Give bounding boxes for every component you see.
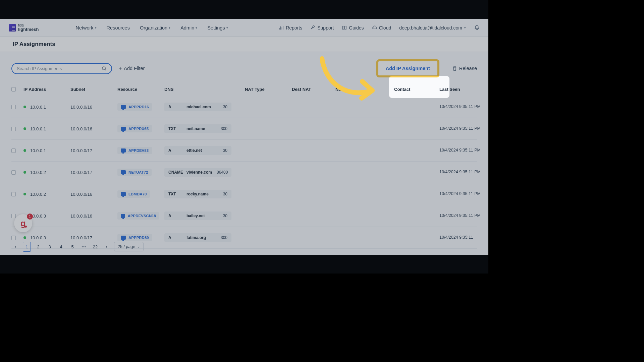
dns-chip[interactable]: CNAMEvivienne.com86400	[164, 168, 231, 177]
monitor-icon	[121, 127, 126, 131]
cell-dns: Aettie.net30	[164, 146, 245, 155]
nav-organization[interactable]: Organization▾	[140, 25, 170, 31]
monitor-icon	[121, 214, 125, 218]
dns-chip[interactable]: Afatima.org300	[164, 233, 231, 242]
table-body: 10.0.0.110.0.0.0/16APPPRD16Amichael.com3…	[11, 96, 477, 249]
page-next[interactable]: ›	[103, 242, 111, 252]
link-support[interactable]: Support	[310, 25, 334, 31]
bell-icon[interactable]	[474, 25, 480, 31]
book-icon	[342, 25, 347, 30]
link-reports[interactable]: Reports	[279, 25, 302, 31]
subheader: IP Assignments	[0, 37, 488, 52]
row-checkbox[interactable]	[11, 236, 16, 240]
nav-admin[interactable]: Admin▾	[180, 25, 197, 31]
page-1[interactable]: 1	[23, 242, 31, 252]
cell-last-seen: 10/4/2024 9:35:11 PM	[439, 147, 485, 154]
user-menu[interactable]: deep.bhalotia@tidalcloud.com ▾	[399, 25, 466, 31]
page-ellipsis: •••	[80, 242, 88, 252]
search-box[interactable]	[11, 63, 112, 74]
help-badge: 1	[27, 214, 33, 220]
add-filter-button[interactable]: + Add Filter	[119, 65, 145, 71]
resource-chip[interactable]: APPPRD89	[117, 234, 152, 241]
dot-icon	[25, 226, 27, 228]
dns-chip[interactable]: Aettie.net30	[164, 146, 231, 155]
table-row[interactable]: 10.0.0.110.0.0.0/16APPPRD16Amichael.com3…	[11, 96, 477, 118]
cell-subnet: 10.0.0.0/17	[70, 148, 117, 153]
nav-network[interactable]: Network▾	[75, 25, 96, 31]
resource-chip[interactable]: APPPRX65	[117, 125, 152, 132]
col-notes[interactable]: Notes	[335, 87, 394, 92]
page-2[interactable]: 2	[34, 242, 42, 252]
row-checkbox[interactable]	[11, 192, 16, 196]
cell-resource: NETUAT72	[117, 169, 164, 176]
page-3[interactable]: 3	[46, 242, 54, 252]
table-row[interactable]: 10.0.0.210.0.0.0/17NETUAT72CNAMEvivienne…	[11, 162, 477, 183]
topbar-right: Reports Support Guides Cloud deep.bhalot…	[279, 25, 480, 31]
row-checkbox[interactable]	[11, 105, 16, 109]
cell-last-seen: 10/4/2024 9:35:11 PM	[439, 104, 485, 110]
link-guides[interactable]: Guides	[342, 25, 364, 31]
search-input[interactable]	[17, 66, 102, 71]
resource-chip[interactable]: LBMDA70	[117, 190, 150, 198]
table-row[interactable]: 10.0.0.210.0.0.0/16LBMDA70TXTrocky.name3…	[11, 183, 477, 205]
cell-ip: 10.0.0.1	[23, 105, 70, 110]
table-row[interactable]: 10.0.0.110.0.0.0/17APPDEV83Aettie.net301…	[11, 140, 477, 162]
cell-subnet: 10.0.0.0/16	[70, 214, 117, 219]
col-subnet[interactable]: Subnet	[70, 87, 117, 92]
col-resource[interactable]: Resource	[117, 87, 164, 92]
status-dot-icon	[23, 106, 26, 108]
monitor-icon	[121, 192, 126, 196]
dns-chip[interactable]: Amichael.com30	[164, 103, 231, 111]
cell-ip: 10.0.0.3	[23, 235, 70, 240]
resource-chip[interactable]: APPDEV83	[117, 147, 152, 154]
dns-chip[interactable]: TXTrocky.name30	[164, 190, 231, 198]
status-dot-icon	[23, 127, 26, 130]
row-checkbox[interactable]	[11, 214, 16, 218]
row-checkbox[interactable]	[11, 127, 16, 131]
help-widget[interactable]: g 1	[14, 214, 32, 232]
select-all-checkbox[interactable]	[11, 87, 16, 92]
main-nav: Network▾ Resources Organization▾ Admin▾ …	[75, 25, 228, 31]
plus-icon: +	[119, 65, 122, 71]
status-dot-icon	[23, 149, 26, 152]
resource-chip[interactable]: APPPRD16	[117, 103, 152, 111]
monitor-icon	[121, 105, 126, 109]
status-dot-icon	[23, 171, 26, 174]
col-dest-nat[interactable]: Dest NAT	[292, 87, 335, 92]
add-ip-assignment-button[interactable]: Add IP Assignment	[380, 63, 436, 74]
row-checkbox[interactable]	[11, 148, 16, 153]
tutorial-highlight: Add IP Assignment	[376, 59, 439, 77]
link-cloud[interactable]: Cloud	[372, 25, 391, 31]
col-ip[interactable]: IP Address	[23, 87, 70, 92]
cell-resource: APPPRD16	[117, 103, 164, 111]
page-prev[interactable]: ‹	[11, 242, 19, 252]
cell-dns: Amichael.com30	[164, 103, 245, 111]
release-button[interactable]: Release	[452, 66, 477, 71]
dns-chip[interactable]: TXTneil.name300	[164, 124, 231, 133]
cell-ip: 10.0.0.2	[23, 170, 70, 175]
page-size-select[interactable]: 25 / page	[114, 242, 144, 251]
cell-dns: TXTneil.name300	[164, 124, 245, 133]
cell-last-seen: 10/4/2024 9:35:11 PM	[439, 191, 485, 197]
page-last[interactable]: 22	[91, 242, 99, 252]
cell-ip: 10.0.0.1	[23, 148, 70, 153]
page-5[interactable]: 5	[68, 242, 76, 252]
col-nat-type[interactable]: NAT Type	[245, 87, 292, 92]
status-dot-icon	[23, 236, 26, 239]
cell-dns: CNAMEvivienne.com86400	[164, 168, 245, 177]
monitor-icon	[121, 170, 126, 174]
nav-resources[interactable]: Resources	[107, 25, 130, 31]
search-icon	[102, 66, 107, 71]
tutorial-cutout	[389, 76, 449, 98]
nav-settings[interactable]: Settings▾	[207, 25, 228, 31]
wrench-icon	[310, 25, 315, 30]
resource-chip[interactable]: APPDEVSCN18	[117, 212, 159, 220]
resource-chip[interactable]: NETUAT72	[117, 169, 152, 176]
page-4[interactable]: 4	[57, 242, 65, 252]
col-dns[interactable]: DNS	[164, 87, 245, 92]
dns-chip[interactable]: Abailey.net30	[164, 212, 231, 220]
row-checkbox[interactable]	[11, 170, 16, 175]
logo[interactable]: tidal lightmesh	[9, 24, 39, 32]
table-row[interactable]: 10.0.0.110.0.0.0/16APPPRX65TXTneil.name3…	[11, 118, 477, 140]
table-row[interactable]: 10.0.0.310.0.0.0/16APPDEVSCN18Abailey.ne…	[11, 205, 477, 227]
